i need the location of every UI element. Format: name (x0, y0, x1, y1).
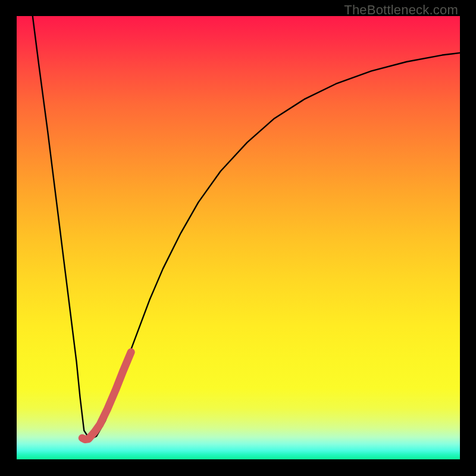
bottleneck-curve-path (33, 16, 460, 439)
plot-area (17, 16, 460, 459)
watermark-text: TheBottleneck.com (344, 2, 458, 18)
highlight-segment-path (82, 352, 131, 440)
chart-svg (17, 16, 460, 459)
chart-frame: TheBottleneck.com (0, 0, 476, 476)
